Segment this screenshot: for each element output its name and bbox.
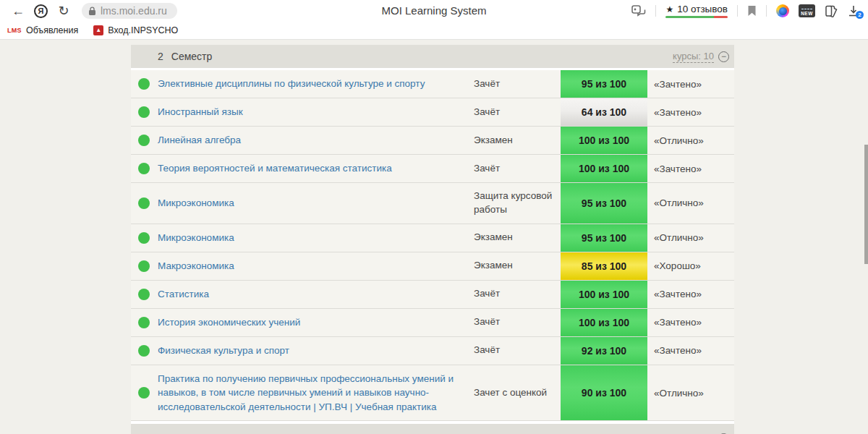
course-name-link[interactable]: История экономических учений	[158, 309, 474, 336]
grade-text: «Отлично»	[647, 183, 734, 224]
score-badge: 100 из 100	[561, 309, 647, 336]
assessment-type: Зачёт	[474, 337, 561, 365]
score-badge: 92 из 100	[561, 337, 647, 365]
back-button[interactable]: ←	[9, 4, 27, 19]
tabs-icon[interactable]	[631, 5, 646, 17]
grade-text: «Зачтено»	[647, 281, 734, 308]
browser-extension-icon[interactable]	[776, 4, 789, 17]
score-badge: 100 из 100	[561, 281, 647, 308]
grade-text: «Отлично»	[647, 224, 734, 252]
toolbar-separator	[766, 5, 767, 17]
score-badge: 95 из 100	[561, 224, 647, 252]
course-row: Физическая культура и спорт Зачёт 92 из …	[131, 337, 734, 365]
grade-text: «Отлично»	[647, 365, 734, 421]
inpsycho-favicon: ▲	[93, 25, 103, 35]
grade-text: «Зачтено»	[647, 155, 734, 182]
star-icon: ★	[665, 4, 673, 14]
status-dot-icon	[138, 317, 150, 328]
course-rows: Элективные дисциплины по физической куль…	[131, 70, 734, 421]
status-dot-icon	[138, 289, 150, 300]
semester-number: 2	[158, 51, 163, 62]
yandex-browser-icon[interactable]: Я	[34, 4, 48, 18]
bookmark-label: Вход.INPSYCHO	[108, 25, 178, 35]
grade-text: «Зачтено»	[647, 309, 734, 336]
downloads-count-badge: 2	[856, 11, 864, 19]
score-badge: 64 из 100	[561, 98, 647, 126]
score-badge: 95 из 100	[561, 183, 647, 224]
course-row: Статистика Зачёт 100 из 100 «Зачтено»	[131, 281, 734, 309]
refresh-button[interactable]: ↻	[54, 3, 73, 19]
status-dot-icon	[138, 163, 150, 174]
course-row: Иностранный язык Зачёт 64 из 100 «Зачтен…	[131, 98, 734, 127]
page-title: MOI Learning System	[381, 4, 486, 17]
assessment-type: Зачёт	[474, 98, 561, 126]
status-dot-icon	[138, 135, 150, 146]
status-dot-icon	[138, 260, 150, 272]
course-name-link[interactable]: Микроэкономика	[158, 183, 474, 224]
grade-text: «Хорошо»	[647, 252, 734, 280]
score-badge: 85 из 100	[561, 252, 647, 280]
toolbar-separator	[655, 5, 656, 17]
screenshot-extension-icon[interactable]: NEW	[799, 4, 815, 17]
course-row: Микроэкономика Экзамен 95 из 100 «Отличн…	[131, 224, 734, 252]
extension-inner-circle	[779, 7, 787, 15]
course-row: Микроэкономика Защита курсовой работы 95…	[131, 183, 734, 224]
assessment-type: Экзамен	[474, 224, 561, 252]
semester-label: Семестр	[171, 51, 213, 62]
course-name-link[interactable]: Теория вероятностей и математическая ста…	[158, 155, 474, 182]
browser-toolbar: ← Я ↻ lms.moi.edu.ru MOI Learning System	[0, 0, 868, 22]
grade-text: «Зачтено»	[647, 98, 734, 126]
grade-text: «Зачтено»	[647, 70, 734, 98]
course-name-link[interactable]: Иностранный язык	[158, 98, 474, 126]
address-bar[interactable]: lms.moi.edu.ru	[82, 3, 177, 19]
reviews-count: 10 отзывов	[677, 4, 728, 14]
downloads-button[interactable]: 2	[848, 5, 859, 17]
grade-text: «Отлично»	[647, 127, 734, 154]
courses-count-link[interactable]: курсы: 10	[673, 51, 714, 63]
bookmarks-bar: LMS Объявления ▲ Вход.INPSYCHO	[0, 22, 868, 40]
grade-text: «Зачтено»	[647, 337, 734, 365]
status-dot-icon	[138, 232, 150, 244]
score-badge: 95 из 100	[561, 70, 647, 98]
browser-chrome: ← Я ↻ lms.moi.edu.ru MOI Learning System	[0, 0, 868, 40]
collections-tag-icon[interactable]	[825, 5, 838, 17]
status-dot-icon	[138, 106, 150, 118]
dashed-selection-decoration	[801, 9, 812, 9]
score-badge: 100 из 100	[561, 127, 647, 154]
status-dot-icon	[138, 345, 150, 357]
collapse-semester-button[interactable]: −	[718, 51, 729, 62]
course-name-link[interactable]: Статистика	[158, 281, 474, 308]
lms-favicon: LMS	[7, 27, 22, 34]
rating-bar	[665, 16, 728, 18]
vertical-scrollbar-thumb[interactable]	[864, 145, 868, 264]
assessment-type: Зачёт	[474, 70, 561, 98]
course-row: Теория вероятностей и математическая ста…	[131, 155, 734, 183]
course-name-link[interactable]: Физическая культура и спорт	[158, 337, 474, 365]
url-text: lms.moi.edu.ru	[101, 5, 167, 17]
toolbar-separator	[737, 5, 738, 17]
assessment-type: Экзамен	[474, 252, 561, 280]
grades-table: 2 Семестр курсы: 10 − Элективные дисципл…	[131, 45, 734, 434]
browser-window: ← Я ↻ lms.moi.edu.ru MOI Learning System	[0, 0, 868, 434]
assessment-type: Экзамен	[474, 127, 561, 154]
status-dot-icon	[138, 197, 150, 209]
bookmark-flag-icon[interactable]	[747, 5, 757, 17]
course-name-link[interactable]: Элективные дисциплины по физической куль…	[158, 70, 474, 98]
status-dot-icon	[138, 387, 150, 399]
assessment-type: Зачет с оценкой	[474, 365, 561, 421]
assessment-type: Зачёт	[474, 309, 561, 336]
site-reviews-widget[interactable]: ★ 10 отзывов	[665, 4, 728, 18]
assessment-type: Защита курсовой работы	[474, 183, 561, 224]
bookmark-item-announcements[interactable]: LMS Объявления	[7, 25, 78, 35]
bookmark-item-inpsycho-login[interactable]: ▲ Вход.INPSYCHO	[93, 25, 178, 35]
score-badge: 100 из 100	[561, 155, 647, 182]
course-name-link[interactable]: Линейная алгебра	[158, 127, 474, 154]
status-dot-icon	[138, 78, 150, 90]
score-badge: 90 из 100	[561, 365, 647, 421]
course-name-link[interactable]: Макроэкономика	[158, 252, 474, 280]
course-name-link[interactable]: Микроэкономика	[158, 224, 474, 252]
course-row: Макроэкономика Экзамен 85 из 100 «Хорошо…	[131, 252, 734, 281]
assessment-type: Зачёт	[474, 281, 561, 308]
semester-3-header: 3 Семестр курсы: 10 +	[131, 424, 734, 434]
course-name-link[interactable]: Практика по получению первичных професси…	[158, 365, 474, 421]
